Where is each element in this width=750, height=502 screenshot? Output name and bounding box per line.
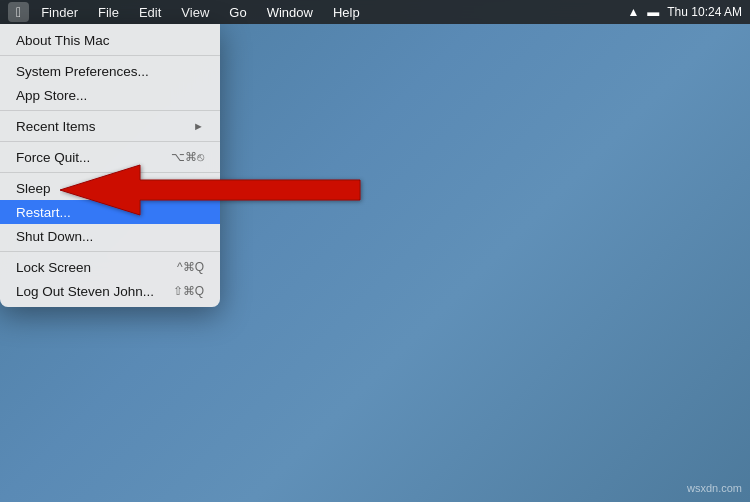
menu-item-logout-label: Log Out Steven John... — [16, 284, 154, 299]
menu-item-shutdown-label: Shut Down... — [16, 229, 93, 244]
menu-item-sysprefs-label: System Preferences... — [16, 64, 149, 79]
wifi-icon: ▲ — [627, 5, 639, 19]
watermark: wsxdn.com — [687, 482, 742, 494]
menu-item-logout-shortcut: ⇧⌘Q — [173, 284, 204, 298]
menu-item-lockscreen-label: Lock Screen — [16, 260, 91, 275]
menubar-window[interactable]: Window — [259, 3, 321, 22]
watermark-text: wsxdn.com — [687, 482, 742, 494]
menu-item-appstore-label: App Store... — [16, 88, 87, 103]
menubar:  Finder File Edit View Go Window Help ▲… — [0, 0, 750, 24]
menu-item-recent[interactable]: Recent Items ► — [0, 114, 220, 138]
desktop:  Finder File Edit View Go Window Help ▲… — [0, 0, 750, 502]
menu-item-forcequit[interactable]: Force Quit... ⌥⌘⎋ — [0, 145, 220, 169]
menu-separator-5 — [0, 251, 220, 252]
menu-item-sysprefs[interactable]: System Preferences... — [0, 59, 220, 83]
battery-icon: ▬ — [647, 5, 659, 19]
menubar-finder[interactable]: Finder — [33, 3, 86, 22]
menubar-file[interactable]: File — [90, 3, 127, 22]
menu-item-about-label: About This Mac — [16, 33, 110, 48]
menu-item-sleep-label: Sleep — [16, 181, 51, 196]
menu-item-forcequit-shortcut: ⌥⌘⎋ — [171, 150, 204, 164]
menu-item-shutdown[interactable]: Shut Down... — [0, 224, 220, 248]
menu-item-restart[interactable]: Restart... — [0, 200, 220, 224]
menu-separator-4 — [0, 172, 220, 173]
menu-item-forcequit-label: Force Quit... — [16, 150, 90, 165]
menu-separator-1 — [0, 55, 220, 56]
menu-item-about[interactable]: About This Mac — [0, 28, 220, 52]
menu-item-lockscreen[interactable]: Lock Screen ^⌘Q — [0, 255, 220, 279]
menu-item-lockscreen-shortcut: ^⌘Q — [177, 260, 204, 274]
menubar-right: ▲ ▬ Thu 10:24 AM — [627, 5, 742, 19]
menu-item-logout[interactable]: Log Out Steven John... ⇧⌘Q — [0, 279, 220, 303]
clock-display: Thu 10:24 AM — [667, 5, 742, 19]
menubar-go[interactable]: Go — [221, 3, 254, 22]
recent-submenu-arrow: ► — [193, 120, 204, 132]
menu-item-appstore[interactable]: App Store... — [0, 83, 220, 107]
apple-dropdown-menu: About This Mac System Preferences... App… — [0, 24, 220, 307]
menu-item-restart-label: Restart... — [16, 205, 71, 220]
menu-separator-2 — [0, 110, 220, 111]
apple-menu-button[interactable]:  — [8, 2, 29, 22]
menubar-edit[interactable]: Edit — [131, 3, 169, 22]
menubar-help[interactable]: Help — [325, 3, 368, 22]
menu-separator-3 — [0, 141, 220, 142]
menubar-view[interactable]: View — [173, 3, 217, 22]
menu-item-sleep[interactable]: Sleep — [0, 176, 220, 200]
menu-item-recent-label: Recent Items — [16, 119, 96, 134]
